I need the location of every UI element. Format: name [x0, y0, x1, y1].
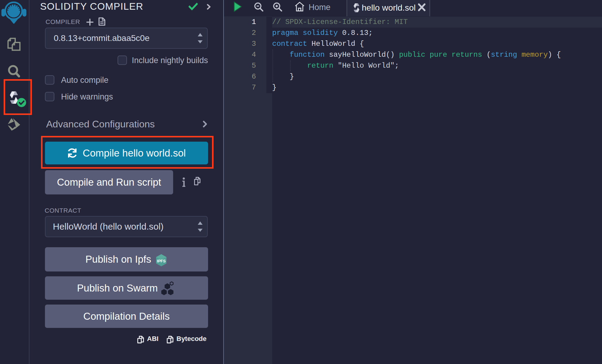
svg-text:IPFS: IPFS	[157, 259, 166, 263]
